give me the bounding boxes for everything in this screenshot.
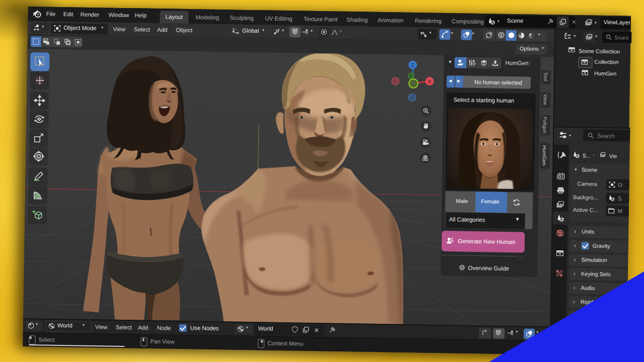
svg-text:Z: Z — [411, 62, 414, 67]
svg-text:X: X — [428, 79, 431, 84]
svg-text:Y: Y — [410, 73, 413, 78]
